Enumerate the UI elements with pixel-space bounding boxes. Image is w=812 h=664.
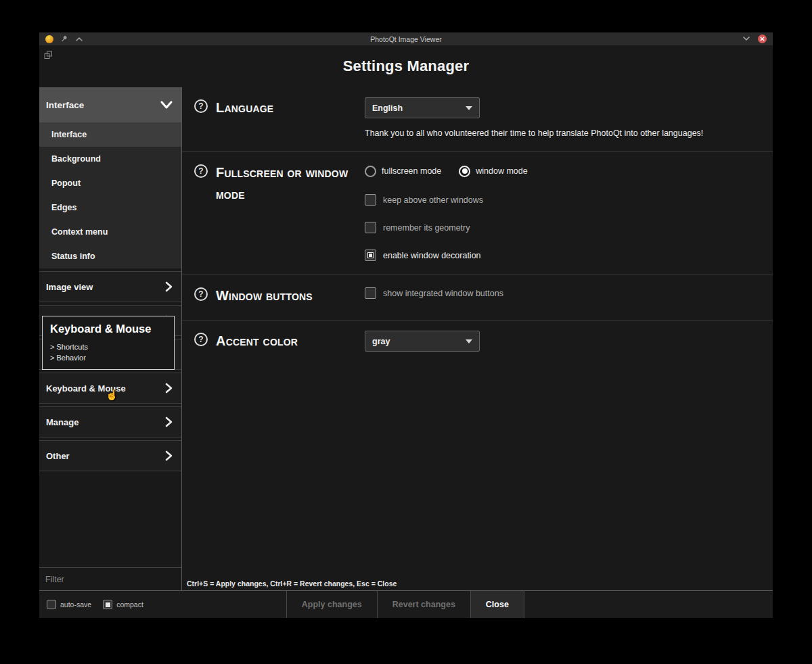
section-window-buttons: ? Window buttons show integrated window …: [182, 275, 773, 321]
help-icon[interactable]: ?: [194, 333, 208, 346]
sidebar-category-manage[interactable]: Manage: [39, 406, 181, 437]
dropdown-arrow-icon: [466, 339, 472, 343]
checkbox-label: keep above other windows: [383, 195, 483, 205]
section-language-controls: English Thank you to all who volunteered…: [365, 97, 761, 138]
chevron-right-icon: [164, 416, 173, 428]
keyboard-mouse-tooltip: Keyboard & Mouse > Shortcuts > Behavior: [42, 316, 175, 370]
section-accent-color-title: ? Accent color: [194, 330, 365, 352]
tooltip-item-behavior: > Behavior: [50, 354, 166, 362]
checkbox-icon: [365, 287, 376, 299]
tooltip-title: Keyboard & Mouse: [50, 323, 166, 335]
section-title-text: Language: [216, 97, 273, 118]
sidebar-category-label: Other: [46, 451, 70, 461]
sidebar-filter-row: [39, 567, 181, 590]
settings-main: ? Language English Thank you to all who …: [182, 87, 773, 590]
section-window-mode-controls: fullscreen mode window mode keep above o…: [365, 162, 761, 261]
translation-note: Thank you to all who volunteered their t…: [365, 128, 761, 138]
help-icon[interactable]: ?: [194, 164, 208, 178]
checkbox-icon-checked: [103, 600, 112, 609]
chevron-right-icon: [164, 281, 173, 293]
radio-label: fullscreen mode: [382, 166, 441, 176]
sidebar-item-popout[interactable]: Popout: [39, 171, 181, 195]
checkbox-icon: [365, 194, 376, 206]
pin-icon[interactable]: [61, 35, 68, 43]
checkbox-keep-above[interactable]: keep above other windows: [365, 194, 761, 206]
checkbox-compact[interactable]: compact: [103, 600, 143, 609]
close-button[interactable]: Close: [471, 591, 524, 618]
section-title-text: Accent color: [216, 330, 298, 352]
sidebar-item-interface[interactable]: Interface: [39, 122, 181, 147]
titlebar: PhotoQt Image Viewer: [39, 32, 773, 45]
titlebar-right-icons: [742, 34, 767, 43]
window-title: PhotoQt Image Viewer: [39, 35, 773, 43]
radio-icon: [365, 166, 376, 177]
page-title: Settings Manager: [343, 57, 470, 75]
chevron-right-icon: [164, 450, 173, 462]
radio-window-mode[interactable]: window mode: [459, 166, 527, 177]
section-accent-color-controls: gray: [365, 330, 761, 352]
checkbox-label: auto-save: [60, 600, 91, 609]
sidebar-category-interface[interactable]: Interface: [39, 87, 181, 122]
bottom-bar-buttons: Apply changes Revert changes Close: [286, 591, 524, 618]
chevron-down-icon: [160, 100, 173, 110]
radio-label: window mode: [476, 166, 527, 176]
section-title-text: Window buttons: [216, 285, 313, 306]
checkbox-label: enable window decoration: [383, 251, 481, 260]
dropdown-arrow-icon: [466, 106, 472, 110]
bottom-bar: auto-save compact Apply changes Revert c…: [39, 590, 773, 618]
section-window-buttons-title: ? Window buttons: [194, 285, 365, 306]
sidebar-item-edges[interactable]: Edges: [39, 195, 181, 220]
sidebar-category-label: Image view: [46, 282, 93, 292]
filter-input[interactable]: [45, 575, 175, 584]
sidebar-empty-space: [39, 471, 181, 567]
chevron-right-icon: [164, 382, 173, 394]
checkbox-icon: [47, 600, 56, 609]
checkbox-label: compact: [116, 600, 143, 609]
help-icon[interactable]: ?: [194, 99, 208, 113]
sidebar-item-context-menu[interactable]: Context menu: [39, 220, 181, 244]
photoqt-logo-icon: [45, 35, 53, 43]
checkbox-remember-geometry[interactable]: remember its geometry: [365, 222, 761, 233]
sidebar-category-keyboard-mouse[interactable]: Keyboard & Mouse ☝: [39, 373, 181, 404]
checkbox-label: remember its geometry: [383, 223, 470, 233]
close-window-icon[interactable]: [758, 34, 767, 43]
minimize-icon[interactable]: [742, 36, 750, 42]
sidebar-category-other[interactable]: Other: [39, 440, 181, 471]
checkbox-label: show integrated window buttons: [383, 289, 503, 298]
desktop-background: PhotoQt Image Viewer: [0, 0, 812, 664]
help-icon[interactable]: ?: [194, 287, 208, 301]
mouse-cursor-icon: ☝: [106, 389, 118, 400]
section-title-text: Fullscreen or window mode: [216, 162, 365, 205]
tooltip-item-shortcuts: > Shortcuts: [50, 343, 166, 351]
detach-icon[interactable]: [44, 51, 53, 60]
sidebar-category-image-view[interactable]: Image view: [39, 271, 181, 302]
section-accent-color: ? Accent color gray: [182, 321, 773, 365]
section-window-mode: ? Fullscreen or window mode fullscreen m…: [182, 152, 773, 275]
section-window-mode-title: ? Fullscreen or window mode: [194, 162, 365, 205]
revert-changes-button[interactable]: Revert changes: [378, 591, 471, 618]
checkbox-auto-save[interactable]: auto-save: [47, 600, 91, 609]
bottom-bar-options: auto-save compact: [39, 591, 151, 618]
radio-fullscreen-mode[interactable]: fullscreen mode: [365, 166, 441, 177]
sidebar-item-status-info[interactable]: Status info: [39, 244, 181, 268]
checkbox-window-decoration[interactable]: enable window decoration: [365, 250, 761, 261]
sidebar: Interface Interface Background Popout Ed…: [39, 87, 182, 590]
language-select[interactable]: English: [365, 97, 480, 118]
section-language-title: ? Language: [194, 97, 365, 118]
sidebar-interface-subitems: Interface Background Popout Edges Contex…: [39, 122, 181, 268]
checkbox-integrated-window-buttons[interactable]: show integrated window buttons: [365, 287, 761, 299]
accent-color-select-value: gray: [372, 337, 390, 346]
sidebar-item-background[interactable]: Background: [39, 147, 181, 171]
language-select-value: English: [372, 103, 403, 113]
section-window-buttons-controls: show integrated window buttons: [365, 285, 761, 299]
settings-header: Settings Manager: [39, 45, 773, 87]
apply-changes-button[interactable]: Apply changes: [286, 591, 378, 618]
photoqt-settings-window: PhotoQt Image Viewer: [39, 32, 773, 618]
section-language: ? Language English Thank you to all who …: [182, 87, 773, 152]
rollup-icon[interactable]: [75, 36, 83, 42]
sidebar-category-label: Interface: [46, 100, 84, 110]
accent-color-select[interactable]: gray: [365, 331, 480, 352]
checkbox-icon: [365, 222, 376, 233]
checkbox-icon-checked: [365, 250, 376, 261]
shortcut-hint-statusline: Ctrl+S = Apply changes, Ctrl+R = Revert …: [182, 577, 773, 590]
